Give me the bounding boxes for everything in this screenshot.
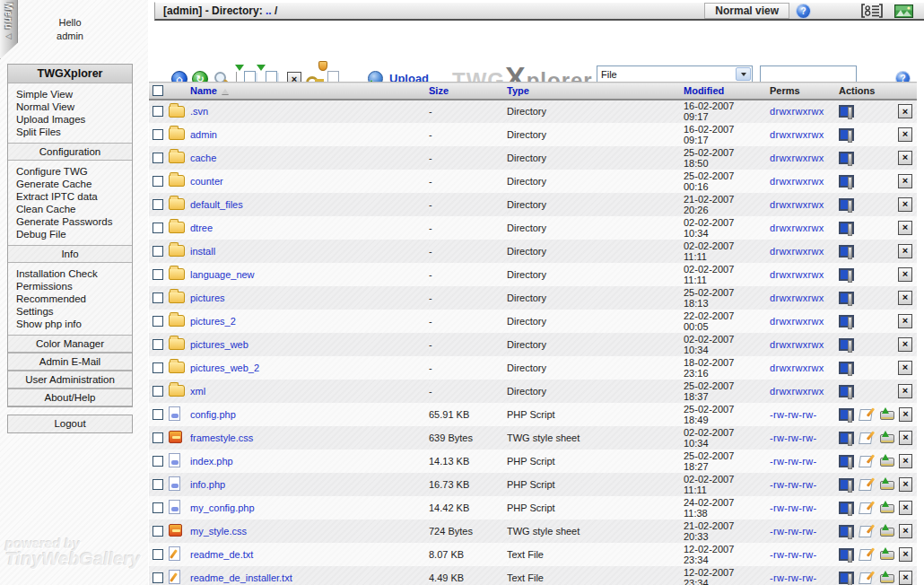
delete-action-button[interactable]: × [899, 407, 912, 422]
sidebar-header-color-manager[interactable]: Color Manager [8, 335, 132, 353]
permissions-link[interactable]: drwxrwxrwx [770, 316, 824, 327]
sidebar-header-info[interactable]: Info [8, 245, 132, 263]
row-checkbox[interactable] [153, 456, 163, 467]
menu-slide-tab[interactable]: Menu ◁ [0, 0, 18, 59]
download-action-icon[interactable] [879, 454, 893, 467]
file-name-link[interactable]: readme_de.txt [190, 549, 253, 560]
view-action-icon[interactable] [839, 267, 854, 282]
permissions-link[interactable]: -rw-rw-rw- [770, 409, 816, 420]
row-checkbox[interactable] [153, 106, 163, 117]
delete-action-button[interactable]: × [899, 547, 912, 562]
sidebar-item-generate-passwords[interactable]: Generate Passwords [16, 215, 116, 228]
row-checkbox[interactable] [153, 292, 163, 303]
file-name-link[interactable]: install [190, 246, 215, 257]
file-name-link[interactable]: cache [190, 153, 216, 163]
file-name-link[interactable]: my_style.css [190, 526, 247, 537]
view-action-icon[interactable] [839, 197, 854, 212]
file-name-link[interactable]: framestyle.css [190, 432, 253, 443]
permissions-link[interactable]: -rw-rw-rw- [770, 572, 816, 583]
row-checkbox[interactable] [153, 246, 163, 257]
edit-action-icon[interactable] [859, 431, 873, 444]
download-action-icon[interactable] [879, 431, 893, 444]
delete-action-button[interactable]: × [899, 454, 912, 468]
row-checkbox[interactable] [153, 339, 163, 350]
sidebar-header-user-administration[interactable]: User Administration [8, 371, 132, 389]
row-checkbox[interactable] [153, 269, 163, 280]
view-action-icon[interactable] [839, 174, 854, 188]
view-action-icon[interactable] [839, 291, 854, 305]
file-name-link[interactable]: language_new [190, 269, 255, 280]
sidebar-item-normal-view[interactable]: Normal View [16, 100, 116, 113]
create-type-select[interactable]: File [597, 65, 753, 83]
download-action-icon[interactable] [879, 547, 893, 561]
parent-directory-link[interactable]: .. [266, 4, 272, 17]
file-name-link[interactable]: pictures_2 [190, 316, 236, 327]
permissions-link[interactable]: -rw-rw-rw- [770, 432, 816, 443]
row-checkbox[interactable] [153, 432, 163, 443]
delete-action-button[interactable]: × [898, 221, 912, 235]
sidebar-item-simple-view[interactable]: Simple View [16, 88, 116, 100]
row-checkbox[interactable] [153, 153, 163, 163]
view-action-icon[interactable] [839, 477, 853, 492]
delete-action-button[interactable]: × [899, 477, 912, 492]
sidebar-header-configuration[interactable]: Configuration [8, 143, 132, 161]
edit-action-icon[interactable] [859, 547, 873, 561]
permissions-link[interactable]: drwxrwxrwx [770, 223, 824, 233]
file-name-link[interactable]: readme_de_installer.txt [190, 572, 292, 583]
sidebar-header-admin-e-mail[interactable]: Admin E-Mail [8, 353, 132, 371]
download-action-icon[interactable] [879, 571, 893, 584]
permissions-link[interactable]: -rw-rw-rw- [770, 549, 816, 560]
row-checkbox[interactable] [153, 479, 163, 490]
delete-action-button[interactable]: × [898, 197, 912, 212]
edit-action-icon[interactable] [859, 524, 873, 537]
header-modified[interactable]: Modified [680, 83, 770, 100]
select-all-checkbox[interactable] [153, 85, 163, 96]
row-checkbox[interactable] [153, 409, 163, 420]
file-name-link[interactable]: xml [190, 386, 205, 397]
list-view-icon[interactable] [860, 4, 884, 18]
edit-action-icon[interactable] [859, 571, 873, 584]
file-name-link[interactable]: .svn [190, 106, 208, 117]
permissions-link[interactable]: drwxrwxrwx [770, 339, 824, 350]
view-action-icon[interactable] [839, 127, 854, 142]
row-checkbox[interactable] [153, 526, 163, 537]
sidebar-header-twgxplorer[interactable]: TWGXplorer [8, 65, 132, 83]
download-action-icon[interactable] [879, 501, 893, 514]
delete-action-button[interactable]: × [899, 501, 912, 515]
file-name-link[interactable]: admin [190, 129, 217, 140]
delete-action-button[interactable]: × [898, 174, 912, 188]
delete-action-button[interactable]: × [898, 291, 912, 305]
header-type[interactable]: Type [507, 83, 680, 100]
file-name-link[interactable]: dtree [190, 223, 213, 233]
titlebar-help-icon[interactable]: ? [797, 4, 810, 18]
sidebar-header-about-help[interactable]: About/Help [8, 389, 132, 406]
sidebar-item-recommended-settings[interactable]: Recommended Settings [16, 292, 116, 318]
permissions-link[interactable]: drwxrwxrwx [770, 269, 824, 280]
permissions-link[interactable]: drwxrwxrwx [770, 106, 824, 117]
view-action-icon[interactable] [839, 384, 854, 398]
delete-action-button[interactable]: × [898, 104, 912, 118]
file-name-link[interactable]: default_files [190, 199, 243, 210]
delete-action-button[interactable]: × [899, 571, 912, 585]
delete-action-button[interactable]: × [898, 384, 912, 398]
view-action-icon[interactable] [839, 431, 853, 445]
sidebar-item-generate-cache[interactable]: Generate Cache [16, 178, 116, 190]
delete-action-button[interactable]: × [898, 151, 912, 165]
file-name-link[interactable]: info.php [190, 479, 225, 490]
view-action-icon[interactable] [839, 547, 853, 562]
permissions-link[interactable]: -rw-rw-rw- [770, 526, 816, 537]
permissions-link[interactable]: -rw-rw-rw- [770, 456, 816, 467]
row-checkbox[interactable] [153, 362, 163, 373]
header-size[interactable]: Size [429, 83, 507, 100]
file-name-link[interactable]: counter [190, 176, 223, 187]
row-checkbox[interactable] [153, 572, 163, 583]
sidebar-item-debug-file[interactable]: Debug File [16, 228, 116, 240]
view-action-icon[interactable] [839, 221, 854, 235]
permissions-link[interactable]: drwxrwxrwx [770, 292, 824, 303]
delete-action-button[interactable]: × [899, 431, 912, 445]
sidebar-item-installation-check[interactable]: Installation Check [16, 267, 116, 280]
view-action-icon[interactable] [839, 314, 854, 328]
row-checkbox[interactable] [153, 199, 163, 210]
row-checkbox[interactable] [153, 129, 163, 140]
delete-action-button[interactable]: × [898, 244, 912, 258]
